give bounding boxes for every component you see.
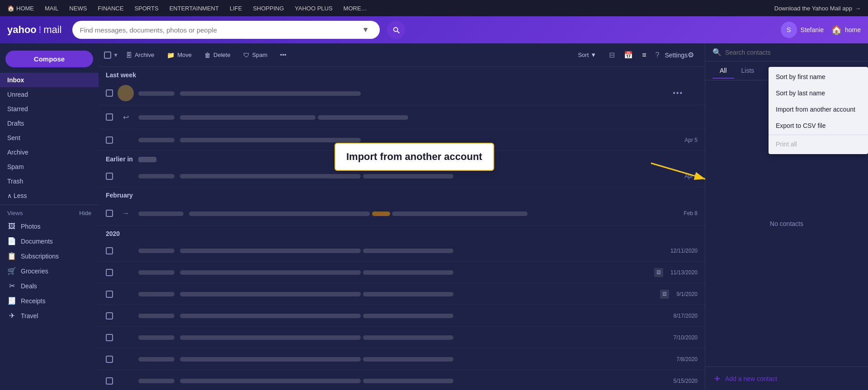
email-row[interactable]: 7/10/2020 [99, 327, 705, 348]
help-button[interactable]: ? [652, 48, 663, 62]
sidebar-item-less[interactable]: ∧ Less [0, 188, 99, 203]
sort-button[interactable]: Sort ▼ [572, 49, 602, 61]
move-button[interactable]: 📁 Move [161, 49, 197, 61]
select-all-checkbox[interactable]: ▼ [104, 52, 118, 59]
subject-bar [180, 292, 361, 296]
body-bar [363, 270, 453, 275]
view-compact-button[interactable]: ⊟ [605, 48, 618, 62]
email-row[interactable]: 5/15/2020 [99, 370, 705, 390]
sidebar-item-travel[interactable]: ✈ Travel [0, 308, 99, 323]
row-checkbox[interactable] [106, 173, 113, 180]
subject-bar [180, 91, 361, 96]
row-checkbox[interactable] [106, 113, 113, 121]
archive-label: Archive [7, 149, 28, 156]
row-checkbox[interactable] [106, 247, 113, 254]
sidebar-item-unread[interactable]: Unread [0, 87, 99, 102]
tab-lists[interactable]: Lists [734, 63, 762, 79]
user-avatar[interactable]: S Stefanie [781, 22, 824, 38]
sidebar-item-spam[interactable]: Spam [0, 160, 99, 174]
nav-finance[interactable]: FINANCE [98, 5, 123, 12]
email-content [138, 290, 660, 298]
sidebar-item-sent[interactable]: Sent [0, 131, 99, 145]
home-button[interactable]: 🏠 home [831, 24, 861, 35]
row-checkbox[interactable] [106, 136, 113, 144]
image-attachment-icon: 🖼 [654, 268, 663, 277]
email-row[interactable]: 12/11/2020 [99, 240, 705, 262]
row-checkbox[interactable] [106, 269, 113, 276]
row-checkbox[interactable] [106, 291, 113, 298]
nav-shopping[interactable]: SHOPPING [253, 5, 284, 12]
subject-bar [180, 335, 361, 340]
email-row[interactable]: 8/17/2020 [99, 305, 705, 327]
search-input[interactable] [80, 26, 362, 34]
export-csv[interactable]: Export to CSV file [769, 117, 868, 134]
sidebar-item-subscriptions[interactable]: 📋 Subscriptions [0, 249, 99, 263]
delete-button[interactable]: 🗑 Delete [199, 49, 236, 61]
move-icon: 📁 [167, 52, 175, 59]
import-from-account[interactable]: Import from another account [769, 101, 868, 117]
nav-life[interactable]: LIFE [230, 5, 242, 12]
user-name-label: Stefanie [801, 26, 824, 33]
view-list-button[interactable]: ≡ [638, 48, 650, 62]
select-dropdown-arrow[interactable]: ▼ [113, 52, 118, 58]
print-all[interactable]: Print all [769, 136, 868, 152]
email-row[interactable]: 7/8/2020 [99, 348, 705, 370]
sidebar-item-drafts[interactable]: Drafts [0, 116, 99, 131]
download-app-link[interactable]: Download the Yahoo Mail app → [774, 5, 861, 12]
spam-button[interactable]: 🛡 Spam [238, 49, 273, 61]
dropdown-divider [769, 135, 868, 135]
email-row[interactable]: 🖼 9/1/2020 [99, 283, 705, 305]
email-content [138, 172, 681, 180]
sidebar-item-receipts[interactable]: 🧾 Receipts [0, 293, 99, 308]
nav-more[interactable]: MORE… [344, 5, 367, 12]
search-dropdown-arrow[interactable]: ▼ [362, 26, 369, 34]
email-content [138, 209, 680, 217]
compose-button[interactable]: Compose [5, 51, 93, 67]
views-section-header[interactable]: Views Hide [0, 207, 99, 219]
email-row[interactable]: → Feb 8 [99, 202, 705, 226]
nav-mail[interactable]: MAIL [45, 5, 58, 12]
row-checkbox[interactable] [106, 89, 113, 97]
sidebar-item-trash[interactable]: Trash [0, 174, 99, 188]
row-checkbox[interactable] [106, 210, 113, 217]
email-row[interactable]: ↩ [99, 105, 705, 129]
row-checkbox[interactable] [106, 334, 113, 341]
row-checkbox[interactable] [106, 312, 113, 320]
nav-news[interactable]: NEWS [69, 5, 87, 12]
view-calendar-button[interactable]: 📅 [620, 48, 637, 62]
archive-button[interactable]: 🗄 Archive [120, 49, 160, 61]
sidebar-item-inbox[interactable]: Inbox [0, 73, 99, 87]
row-checkbox[interactable] [106, 356, 113, 363]
documents-icon: 📄 [7, 237, 16, 245]
settings-icon[interactable]: ⚙ [688, 51, 694, 59]
hide-label[interactable]: Hide [79, 210, 91, 216]
sort-by-first-name[interactable]: Sort by first name [769, 69, 868, 85]
subject-bar [180, 314, 361, 318]
email-scroll-area[interactable]: Last week ••• ↩ [99, 67, 705, 390]
add-contact-button[interactable]: ＋ Add a new contact [705, 367, 868, 390]
more-options-icon[interactable]: ••• [673, 89, 683, 97]
nav-entertainment[interactable]: ENTERTAINMENT [170, 5, 219, 12]
email-row[interactable]: ••• [99, 81, 705, 105]
sort-by-last-name[interactable]: Sort by last name [769, 85, 868, 101]
nav-yahoo-plus[interactable]: YAHOO PLUS [295, 5, 333, 12]
sidebar-item-deals[interactable]: ✂ Deals [0, 278, 99, 293]
sidebar-item-documents[interactable]: 📄 Documents [0, 234, 99, 249]
sidebar-item-starred[interactable]: Starred [0, 102, 99, 116]
sender-avatar [118, 85, 134, 101]
yahoo-mail-logo[interactable]: yahoo!mail [7, 24, 61, 36]
tab-all[interactable]: All [712, 63, 734, 79]
search-button[interactable] [387, 21, 405, 39]
email-list-panel: ▼ 🗄 Archive 📁 Move 🗑 Delete 🛡 Spam ••• [99, 43, 705, 390]
sidebar-item-groceries[interactable]: 🛒 Groceries [0, 263, 99, 278]
reply-icon: ↩ [118, 109, 134, 125]
email-row[interactable]: 🖼 11/13/2020 [99, 262, 705, 283]
nav-home[interactable]: 🏠 HOME [7, 5, 34, 12]
avatar-circle: S [781, 22, 797, 38]
row-checkbox[interactable] [106, 377, 113, 385]
contacts-search-input[interactable] [725, 49, 861, 56]
sidebar-item-photos[interactable]: 🖼 Photos [0, 219, 99, 234]
more-actions-button[interactable]: ••• [275, 49, 292, 61]
nav-sports[interactable]: SPORTS [134, 5, 158, 12]
sidebar-item-archive[interactable]: Archive [0, 145, 99, 160]
